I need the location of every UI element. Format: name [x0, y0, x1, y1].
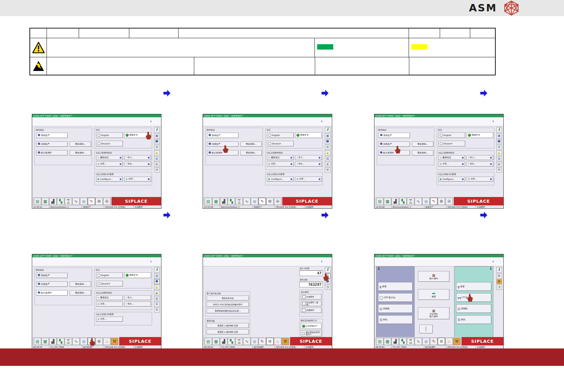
chevron-right-icon[interactable]: ›	[321, 259, 323, 263]
configure-button[interactable]: ◧Configure...☻	[267, 177, 294, 182]
save-as-button[interactable]: ≣另存...☻	[295, 177, 322, 182]
language-german-button[interactable]: Deutsch	[267, 141, 294, 146]
stats-icon[interactable]: ▥	[325, 156, 331, 161]
export-button[interactable]: ⤴导出...☻	[124, 161, 151, 167]
save-as-button[interactable]: ≣另存...☻	[267, 161, 294, 167]
setup-icon[interactable]: ▚	[399, 338, 407, 345]
configure-button[interactable]: ◧Configure...☻	[438, 177, 465, 182]
maintenance-wrench-icon[interactable]: ⚒	[111, 338, 118, 345]
pcb-programs-icon[interactable]: ▤	[205, 198, 212, 205]
level-basic-production-button[interactable]: ☻基础生产	[36, 133, 68, 138]
gantry-2-maintenance-button[interactable]: 将悬臂 2 移到维护位置	[207, 329, 249, 334]
camera-icon[interactable]: ✇	[103, 198, 111, 205]
reset-button[interactable]: ↻重新设定☻	[267, 155, 294, 160]
info-icon[interactable]: i	[496, 127, 502, 133]
level-machine-maintenance-button[interactable]: ☻贴片机维护	[36, 150, 68, 155]
report-icon[interactable]: ▣	[496, 133, 502, 138]
component-stations-icon[interactable]: ▦	[384, 338, 391, 345]
pcb-programs-icon[interactable]: ▤	[34, 338, 41, 345]
login-pen-icon[interactable]: ✎	[430, 338, 437, 345]
station-gear-icon[interactable]: ⚙	[496, 279, 502, 284]
chevron-right-icon[interactable]: ›	[492, 259, 494, 263]
oil-can-icon[interactable]: ♨	[274, 338, 281, 345]
chevron-right-icon[interactable]: ›	[492, 119, 494, 123]
trend-chart-icon[interactable]: ∿	[415, 198, 422, 205]
component-stations-icon[interactable]: ▦	[42, 338, 49, 345]
setup-icon[interactable]: ▚	[228, 198, 235, 205]
info-icon[interactable]: i	[325, 267, 331, 273]
change-password-button[interactable]: 更改密码...	[412, 150, 433, 155]
maintenance-wrench-icon[interactable]: ⚒	[282, 338, 289, 345]
feeder-icon[interactable]: ⌛	[407, 338, 414, 345]
level-basic-production-button[interactable]: ☻基础生产	[378, 133, 410, 138]
recycle-icon[interactable]: ♻	[496, 145, 502, 150]
info-icon[interactable]: i	[325, 127, 331, 133]
language-chinese-button[interactable]: 简体中文	[467, 132, 493, 138]
export-button[interactable]: ⤴导出...☻	[295, 161, 322, 167]
change-password-button[interactable]: 更改密码...	[70, 290, 91, 296]
camera-icon[interactable]: ✇	[445, 198, 453, 205]
cpp-head-button[interactable]: ◯CPP 贴片头	[378, 293, 413, 302]
configure-button[interactable]: ◧Configure...☻	[96, 177, 123, 182]
info-icon[interactable]: i	[154, 127, 160, 133]
vision-icon[interactable]: ◎	[422, 198, 430, 205]
trend-chart-icon[interactable]: ∿	[415, 338, 422, 345]
run-mode-checkbox[interactable]: 直通模式	[301, 308, 322, 313]
globe-icon[interactable]: ◍	[325, 162, 331, 167]
stats-icon[interactable]: ▥	[154, 296, 160, 301]
import-button[interactable]: ⤵导入...	[124, 295, 151, 300]
level-advanced-production-button[interactable]: ☻高级生产	[378, 141, 410, 147]
info-icon[interactable]: i	[154, 267, 160, 273]
language-english-button[interactable]: English	[96, 132, 123, 138]
statistics-icon[interactable]: ▟	[392, 198, 399, 205]
import-button[interactable]: ⤵导入...☻	[124, 155, 151, 160]
statistics-icon[interactable]: ▟	[220, 198, 227, 205]
report-icon[interactable]: ▣	[154, 133, 160, 138]
trend-chart-icon[interactable]: ∿	[72, 198, 80, 205]
settings-gears-icon[interactable]: ⚙	[95, 198, 103, 205]
hand-gear-icon[interactable]: ⚙	[496, 273, 502, 278]
stats-icon[interactable]: ▥	[154, 156, 160, 161]
esd-icon[interactable]: ▲	[154, 290, 160, 296]
level-advanced-production-button[interactable]: ☻高级生产	[36, 141, 68, 147]
info-icon[interactable]: i	[496, 267, 502, 273]
power-button[interactable]: ▬电源	[418, 289, 449, 300]
pcb-programs-icon[interactable]: ▤	[34, 198, 41, 205]
reference-run-button[interactable]: 整机回参考点	[207, 296, 249, 301]
report-icon[interactable]: ▣	[325, 133, 331, 138]
statistics-icon[interactable]: ▟	[392, 338, 399, 345]
feeder-icon[interactable]: ⌛	[65, 198, 72, 205]
setup-icon[interactable]: ▚	[399, 198, 407, 205]
save-as-button[interactable]: ≣另存...☻	[438, 161, 465, 167]
camera-button[interactable]: ◎照相机	[456, 304, 491, 313]
statistics-icon[interactable]: ▟	[49, 338, 57, 345]
pcb-programs-icon[interactable]: ▤	[376, 198, 383, 205]
start-mode-radio[interactable]: 自动开始生产	[301, 323, 322, 329]
vision-icon[interactable]: ◎	[251, 338, 258, 345]
settings-gears-icon[interactable]: ⚙	[95, 338, 103, 345]
feeder-area-button[interactable]: ☰料区	[378, 315, 413, 324]
save-as-button[interactable]: ≣另存...☻	[96, 161, 123, 167]
station-1-button[interactable]: ▯1	[419, 325, 433, 333]
camera-button[interactable]: ◎照相机	[378, 304, 413, 313]
chevron-right-icon[interactable]: ›	[150, 119, 152, 123]
change-password-button[interactable]: 更改密码...	[412, 141, 433, 147]
level-basic-production-button[interactable]: ☻基础生产	[207, 133, 238, 138]
globe-icon[interactable]: ◍	[496, 162, 502, 167]
feeder-icon[interactable]: ⌛	[65, 338, 72, 345]
change-password-button[interactable]: 更改密码...	[240, 141, 262, 147]
change-password-button[interactable]: 更改密码...	[70, 141, 91, 147]
feeder-icon[interactable]: ⌛	[235, 198, 243, 205]
feeder-icon[interactable]: ⌛	[235, 338, 243, 345]
user-level-icon[interactable]: ☻	[325, 139, 331, 144]
language-german-button[interactable]: Deutsch	[96, 281, 123, 286]
camera-icon[interactable]: ✇	[274, 198, 281, 205]
language-english-button[interactable]: English	[267, 132, 294, 138]
user-level-icon[interactable]: ☻	[154, 139, 160, 144]
login-pen-icon[interactable]: ✎	[259, 198, 266, 205]
settings-gears-icon[interactable]: ⚙	[266, 338, 274, 345]
hazard-icon[interactable]: ▲	[496, 150, 502, 155]
chevron-right-icon[interactable]: ›	[150, 259, 152, 263]
language-german-button[interactable]: Deutsch	[438, 141, 465, 146]
manual-icon[interactable]: ▤	[154, 273, 160, 278]
